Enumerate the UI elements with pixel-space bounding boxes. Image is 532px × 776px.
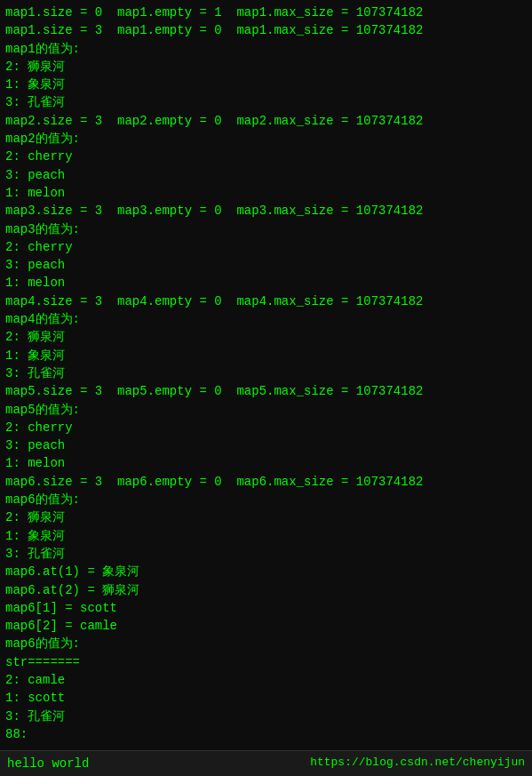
console-output: map1.size = 0 map1.empty = 1 map1.max_si… bbox=[5, 4, 527, 743]
footer-bar: hello world https://blog.csdn.net/chenyi… bbox=[0, 750, 532, 776]
footer-link-text: https://blog.csdn.net/chenyijun bbox=[310, 755, 525, 772]
footer-hello-text: hello world bbox=[7, 755, 89, 772]
console-container: map1.size = 0 map1.empty = 1 map1.max_si… bbox=[5, 4, 527, 743]
